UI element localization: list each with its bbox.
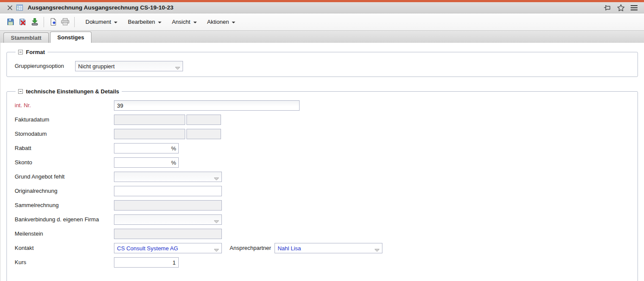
field-label: Gruppierungsoption xyxy=(15,61,75,71)
section-title: Format xyxy=(26,49,45,55)
row-int-nr: int. Nr. xyxy=(15,100,632,111)
skonto-input[interactable] xyxy=(114,158,170,167)
row-bankverbindung: Bankverbindung d. eigenen Firma xyxy=(15,214,632,225)
menu-bearbeiten[interactable]: Bearbeiten xyxy=(123,16,167,27)
collapse-minus-icon[interactable] xyxy=(18,89,23,94)
menu-label: Dokument xyxy=(85,19,111,25)
ansprechpartner-select[interactable]: Nahl Lisa xyxy=(275,243,382,253)
row-rabatt: Rabatt % xyxy=(15,143,632,153)
field-label: Kurs xyxy=(15,257,114,268)
tab-sonstiges[interactable]: Sonstiges xyxy=(50,32,92,43)
section-format: Format Gruppierungsoption Nicht gruppier… xyxy=(6,49,638,77)
sammelrechnung-input[interactable] xyxy=(114,200,222,211)
tab-strip: Stammblatt Sonstiges xyxy=(0,31,644,43)
chevron-down-icon xyxy=(214,218,219,225)
row-kontakt: Kontakt CS Consult Systeme AG Ansprechpa… xyxy=(15,243,632,253)
skonto-field: % xyxy=(114,157,179,168)
print-icon[interactable] xyxy=(59,16,71,28)
toolbar-separator xyxy=(74,17,75,27)
save-icon[interactable] xyxy=(4,16,16,28)
bankverbindung-select[interactable] xyxy=(114,214,222,225)
row-meilenstein: Meilenstein xyxy=(15,229,632,239)
menu-aktionen[interactable]: Aktionen xyxy=(202,16,241,27)
row-fakturadatum: Fakturadatum xyxy=(15,115,632,125)
field-label: Skonto xyxy=(15,157,114,168)
fakturadatum-group xyxy=(114,115,221,125)
field-label: Kontakt xyxy=(15,243,114,253)
chevron-down-icon xyxy=(214,247,219,253)
ansprechpartner-label: Ansprechpartner xyxy=(230,243,271,253)
close-icon[interactable] xyxy=(5,3,15,13)
row-stornodatum: Stornodatum xyxy=(15,129,632,139)
fakturadatum-date-input[interactable] xyxy=(114,115,185,125)
originalrechnung-input[interactable] xyxy=(114,186,222,196)
menu-label: Ansicht xyxy=(172,19,190,25)
menu-label: Aktionen xyxy=(207,19,229,25)
percent-unit: % xyxy=(170,160,176,166)
content-area: Format Gruppierungsoption Nicht gruppier… xyxy=(0,43,644,281)
titlebar: Ausgangsrechnung Ausgangsrechnung CS-19-… xyxy=(0,2,644,13)
window-title: Ausgangsrechnung Ausgangsrechnung CS-19-… xyxy=(28,4,174,11)
field-label: Fakturadatum xyxy=(15,115,114,125)
star-icon[interactable] xyxy=(616,3,625,13)
field-label: Sammelrechnung xyxy=(15,200,114,211)
section-technische-einstellungen-header: technische Einstellungen & Details xyxy=(16,88,122,95)
row-sammelrechnung: Sammelrechnung xyxy=(15,200,632,211)
field-label: Bankverbindung d. eigenen Firma xyxy=(15,214,114,225)
stornodatum-date-input[interactable] xyxy=(114,129,185,139)
field-label: Grund Angebot fehlt xyxy=(15,172,114,182)
pin-icon[interactable] xyxy=(603,3,612,13)
section-technische-einstellungen: technische Einstellungen & Details int. … xyxy=(6,88,638,281)
section-title: technische Einstellungen & Details xyxy=(26,88,119,95)
field-label: Meilenstein xyxy=(15,229,114,239)
field-label: Originalrechnung xyxy=(15,186,114,196)
chevron-down-icon xyxy=(175,65,180,71)
int-nr-input[interactable] xyxy=(114,100,300,111)
row-grund-angebot-fehlt: Grund Angebot fehlt xyxy=(15,172,632,182)
menubar: Dokument Bearbeiten Ansicht Aktionen xyxy=(80,16,240,27)
import-icon[interactable] xyxy=(28,16,41,28)
kontakt-select[interactable]: CS Consult Systeme AG xyxy=(114,243,222,253)
field-label: Stornodatum xyxy=(15,129,114,139)
spreadsheet-icon xyxy=(15,3,24,13)
row-kurs: Kurs xyxy=(15,257,632,268)
gruppierungsoption-select[interactable]: Nicht gruppiert xyxy=(75,61,183,71)
chevron-down-icon xyxy=(232,22,235,23)
chevron-down-icon xyxy=(193,22,197,23)
kurs-input[interactable] xyxy=(114,257,179,268)
stornodatum-time-input[interactable] xyxy=(186,129,221,139)
selected-value: CS Consult Systeme AG xyxy=(117,245,178,252)
selected-value: Nahl Lisa xyxy=(278,245,301,252)
chevron-down-icon xyxy=(158,22,161,23)
fakturadatum-time-input[interactable] xyxy=(186,115,221,125)
rabatt-field: % xyxy=(114,143,179,153)
stornodatum-group xyxy=(114,129,221,139)
chevron-down-icon xyxy=(214,176,219,182)
meilenstein-input[interactable] xyxy=(114,229,222,239)
collapse-minus-icon[interactable] xyxy=(18,50,23,54)
chevron-down-icon xyxy=(114,22,117,23)
hamburger-menu-icon[interactable] xyxy=(629,3,639,13)
field-label: int. Nr. xyxy=(15,100,114,111)
field-label-text: Bankverbindung d. eigenen Firma xyxy=(15,214,99,224)
row-originalrechnung: Originalrechnung xyxy=(15,186,632,196)
selected-value: Nicht gruppiert xyxy=(78,63,115,70)
new-document-icon[interactable] xyxy=(47,16,59,28)
tab-stammblatt[interactable]: Stammblatt xyxy=(3,32,49,43)
percent-unit: % xyxy=(170,145,176,152)
rabatt-input[interactable] xyxy=(114,144,170,153)
toolbar-separator xyxy=(44,17,44,27)
menu-label: Bearbeiten xyxy=(128,19,155,25)
grund-angebot-fehlt-select[interactable] xyxy=(114,172,222,182)
chevron-down-icon xyxy=(374,247,380,253)
delete-record-icon[interactable] xyxy=(16,16,28,28)
row-skonto: Skonto % xyxy=(15,157,632,168)
field-label: Rabatt xyxy=(15,143,114,153)
menu-dokument[interactable]: Dokument xyxy=(80,16,123,27)
toolbar: Dokument Bearbeiten Ansicht Aktionen xyxy=(0,13,644,31)
row-gruppierungsoption: Gruppierungsoption Nicht gruppiert xyxy=(15,61,632,71)
menu-ansicht[interactable]: Ansicht xyxy=(167,16,202,27)
section-format-header: Format xyxy=(16,49,47,55)
